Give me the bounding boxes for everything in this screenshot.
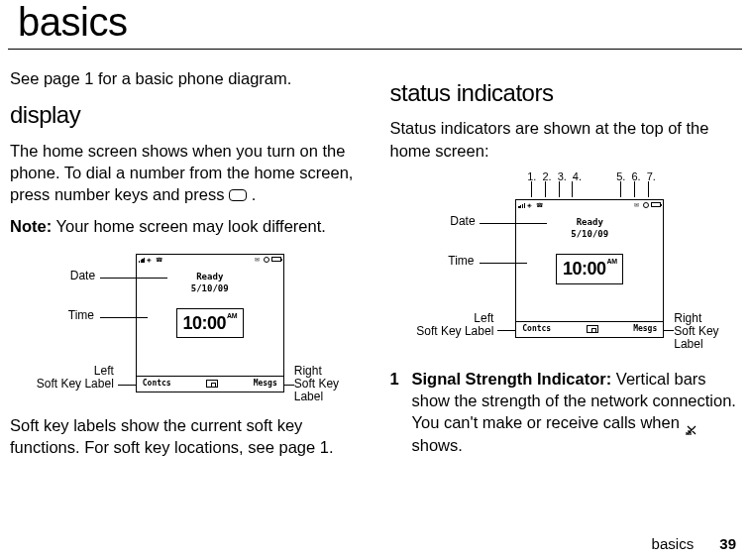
status-bar: ◈ ☎ ✉ (516, 200, 663, 210)
ready-text: Ready (516, 216, 663, 228)
ready-text: Ready (137, 271, 283, 282)
left-softkey-label: Contcs (522, 324, 551, 335)
item-text: shows. (412, 436, 463, 454)
right-softkey-callout: Right Soft Key Label (674, 312, 733, 352)
text: Soft Key Label (294, 378, 354, 403)
tick (634, 181, 635, 197)
status-icon: ☎ (156, 256, 162, 263)
status-left: ◈ ☎ (139, 256, 163, 264)
footer-section: basics (652, 535, 695, 552)
battery-icon (271, 257, 281, 262)
page-footer: basics 39 (652, 535, 736, 552)
softkey-caption: Soft key labels show the current soft ke… (10, 414, 361, 459)
status-icon: ✉ (255, 256, 262, 263)
item-title: Signal Strength Indicator: (412, 370, 612, 388)
phone-date: 5/10/09 (516, 228, 663, 240)
text: Soft Key Label (674, 325, 733, 351)
softkey-row: Contcs Mesgs (137, 376, 283, 392)
left-softkey-callout: Left Soft Key Label (416, 312, 493, 338)
softkey-row: Contcs Mesgs (516, 321, 663, 337)
text: Left (37, 365, 114, 378)
page-number: 39 (719, 535, 736, 552)
phone-time: 10:00AM (176, 308, 244, 338)
num: 4. (573, 169, 582, 184)
page-title: basics (8, 0, 742, 50)
item-number: 1 (390, 368, 412, 456)
battery-icon (651, 202, 661, 207)
status-indicators-heading: status indicators (390, 77, 741, 109)
right-softkey-callout: Right Soft Key Label (294, 365, 354, 404)
send-key-icon (229, 189, 247, 201)
left-column: See page 1 for a basic phone diagram. di… (10, 67, 361, 468)
ampm: AM (607, 258, 617, 265)
status-bar: ◈ ☎ ✉ (137, 255, 283, 265)
status-icon: ◈ (147, 256, 154, 263)
display-paragraph: The home screen shows when you turn on t… (10, 140, 361, 206)
intro-text: See page 1 for a basic phone diagram. (10, 67, 361, 89)
text: Soft Key Label (416, 325, 493, 338)
phone-screen: ◈ ☎ ✉ Ready 5/10/09 10:00AM (515, 199, 664, 338)
phone-date: 5/10/09 (137, 282, 283, 294)
time-callout: Time (68, 309, 94, 322)
status-icon: ◈ (527, 201, 534, 208)
time-value: 10:00 (183, 313, 227, 333)
note-label: Note: (10, 217, 52, 235)
ampm: AM (227, 312, 237, 319)
no-signal-icon (686, 419, 697, 431)
left-softkey-label: Contcs (143, 379, 171, 390)
time-row: 10:00AM (137, 308, 283, 338)
text: The home screen shows when you turn on t… (10, 142, 353, 204)
tick (545, 181, 546, 197)
time-value: 10:00 (563, 259, 606, 279)
text: Right (294, 365, 354, 378)
globe-icon (264, 257, 269, 263)
status-intro: Status indicators are shown at the top o… (390, 117, 741, 162)
note-text: Your home screen may look different. (55, 217, 325, 235)
tick (648, 181, 649, 197)
tick (620, 181, 621, 197)
note-paragraph: Note: Your home screen may look differen… (10, 215, 361, 237)
status-icon: ✉ (634, 201, 641, 208)
tick (559, 181, 560, 197)
phone-diagram-status: 1. 2. 3. 4. 5. 6. 7. Date Time (396, 171, 733, 360)
globe-icon (643, 202, 649, 208)
tick (572, 181, 573, 197)
two-column-layout: See page 1 for a basic phone diagram. di… (0, 50, 750, 468)
display-heading: display (10, 99, 361, 131)
text: Soft Key Label (37, 378, 114, 391)
phone-diagram-display: Date Time Left Soft Key Label Right Soft… (17, 248, 354, 406)
num: 2. (542, 169, 551, 184)
date-callout: Date (450, 215, 475, 228)
time-row: 10:00AM (516, 254, 663, 283)
right-softkey-label: Mesgs (254, 379, 277, 390)
phone-time: 10:00AM (556, 254, 623, 283)
left-softkey-callout: Left Soft Key Label (37, 365, 114, 391)
right-column: status indicators Status indicators are … (390, 67, 741, 468)
menu-icon (206, 380, 218, 388)
signal-icon (139, 256, 146, 263)
indicator-item-1: 1 Signal Strength Indicator: Vertical ba… (390, 368, 741, 456)
tick (531, 181, 532, 197)
time-callout: Time (448, 255, 474, 268)
item-body: Signal Strength Indicator: Vertical bars… (412, 368, 741, 456)
status-left: ◈ ☎ (518, 201, 543, 209)
menu-icon (587, 325, 598, 333)
text: . (252, 185, 257, 203)
phone-screen: ◈ ☎ ✉ Ready 5/10/09 10:00AM (136, 254, 284, 392)
date-callout: Date (70, 270, 95, 282)
status-icon: ☎ (536, 201, 543, 208)
num: 6. (631, 169, 640, 184)
status-right: ✉ (255, 256, 281, 264)
number-row-right: 5. 6. 7. (616, 169, 656, 184)
signal-icon (518, 201, 525, 208)
right-softkey-label: Mesgs (633, 324, 657, 335)
number-row-left: 1. 2. 3. 4. (527, 169, 582, 184)
status-right: ✉ (634, 201, 661, 209)
